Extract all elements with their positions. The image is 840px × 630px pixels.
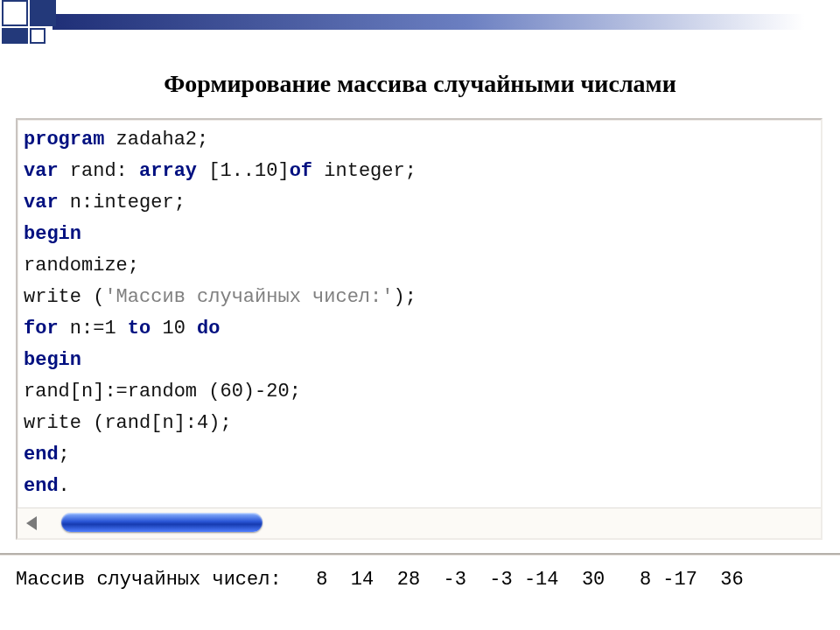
corner-decoration: [0, 0, 228, 44]
deco-square-fill-small: [2, 28, 28, 44]
code-line: write (rand[n]:4);: [24, 408, 816, 439]
code-editor: program zadaha2; var rand: array [1..10]…: [16, 118, 822, 540]
divider-light: [0, 555, 840, 556]
code-line: program zadaha2;: [24, 124, 816, 156]
scrollbar-thumb[interactable]: [61, 513, 262, 532]
output-label: Массив случайных чисел:: [16, 569, 282, 591]
output-values: 8 14 28 -3 -3 -14 30 8 -17 36: [282, 569, 744, 591]
code-line: for n:=1 to 10 do: [24, 313, 816, 345]
page-title: Формирование массива случайными числами: [0, 70, 840, 98]
code-line: var rand: array [1..10]of integer;: [24, 156, 816, 187]
program-output: Массив случайных чисел: 8 14 28 -3 -3 -1…: [16, 569, 744, 591]
code-line: write ('Массив случайных чисел:');: [24, 282, 816, 313]
code-line: begin: [24, 219, 816, 250]
scroll-left-icon[interactable]: [26, 516, 37, 530]
code-line: end;: [24, 439, 816, 471]
code-line: end.: [24, 471, 816, 502]
code-content: program zadaha2; var rand: array [1..10]…: [18, 120, 821, 508]
code-line: randomize;: [24, 250, 816, 282]
deco-square-fill: [30, 0, 56, 26]
code-line: var n:integer;: [24, 187, 816, 219]
deco-square-outline-small: [30, 28, 46, 44]
code-line: begin: [24, 345, 816, 376]
code-line: rand[n]:=random (60)-20;: [24, 376, 816, 408]
gradient-bar: [52, 14, 805, 30]
deco-square-outline: [2, 0, 28, 26]
horizontal-scrollbar[interactable]: [18, 508, 821, 538]
